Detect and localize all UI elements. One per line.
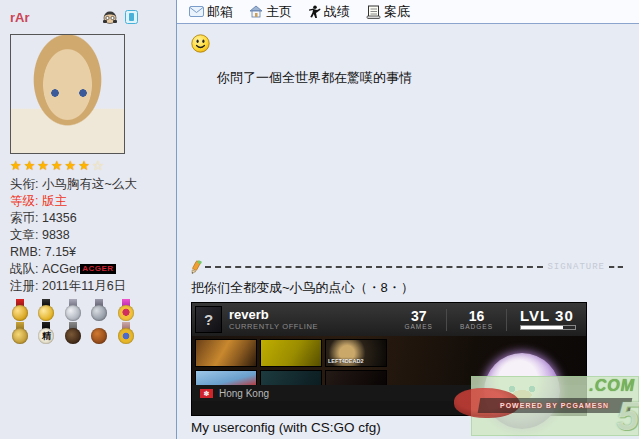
user-star-rating: ★★★★★★☆: [10, 158, 166, 173]
signature-label: SIGNATURE: [545, 262, 607, 272]
user-head: rAr: [10, 6, 166, 28]
star-empty: ☆: [92, 158, 106, 173]
medal-trophy-icon: [10, 322, 30, 344]
userconfig-link[interactable]: My userconfig (with CS:GO cfg): [191, 420, 639, 435]
stat-coins: 索币: 14356: [10, 210, 166, 227]
steam-games-count: 37 GAMES: [404, 310, 432, 330]
pm-message-icon[interactable]: [125, 10, 138, 24]
game-thumbnail-left-4-dead-2: LEFT4DEAD2: [325, 339, 387, 367]
medal-basketball-icon: [89, 322, 109, 344]
stat-clan: 战队: ACGerACGER: [10, 261, 166, 278]
game-thumbnail-counter-strike: [195, 339, 257, 367]
user-head-icons: [102, 10, 138, 24]
steam-card-header: ? reverb CURRENTLY OFFLINE 37 GAMES 16 B…: [192, 303, 586, 336]
medal-elite-icon: 精: [36, 322, 56, 344]
stars-filled: ★★★★★★: [10, 158, 92, 173]
medal-gold-icon: [36, 299, 56, 321]
toolbar-item-record[interactable]: 案底: [366, 3, 410, 21]
post-message-text: 你問了一個全世界都在驚嘆的事情: [217, 69, 625, 87]
steam-username: reverb: [229, 308, 318, 322]
post-body: 你問了一個全世界都在驚嘆的事情: [177, 24, 639, 259]
clan-badge: ACGER: [80, 264, 115, 274]
home-icon: [249, 5, 263, 18]
stat-rank: 等级: 版主: [10, 193, 166, 210]
toolbar-item-battle-record[interactable]: 战绩: [308, 3, 350, 21]
steam-location: Hong Kong: [219, 388, 269, 399]
game-thumbnail-counter-strike-yellow: [260, 339, 322, 367]
steam-profile-card[interactable]: ? reverb CURRENTLY OFFLINE 37 GAMES 16 B…: [191, 302, 587, 416]
mail-icon: [189, 6, 204, 17]
steam-badges-count: 16 BADGES: [460, 310, 493, 330]
forum-post-page: rAr: [0, 0, 639, 439]
steam-circle-avatar: [484, 353, 560, 429]
smiley-emoticon-icon: [191, 34, 625, 53]
medal-red-ribbon-icon: [10, 299, 30, 321]
notebook-icon: [366, 5, 381, 19]
steam-level: LVL 30: [520, 309, 576, 330]
steam-card-body: LEFT4DEAD2 Wallpaper Engine REACTIVE DRO…: [192, 336, 586, 401]
stat-posts: 文章: 9838: [10, 227, 166, 244]
toolbar-item-mail[interactable]: 邮箱: [189, 3, 233, 21]
post-content-column: 邮箱 主页: [177, 0, 639, 439]
avatar-illustration: [11, 35, 124, 153]
user-sidebar: rAr: [0, 0, 177, 439]
signature-divider: SIGNATURE: [189, 259, 625, 275]
medal-gold-blue-icon: [116, 322, 136, 344]
medal-crown-icon: [116, 299, 136, 321]
medal-bronze-icon: [63, 322, 83, 344]
username-link[interactable]: rAr: [10, 10, 30, 25]
user-medals: 精: [10, 299, 166, 345]
medal-gray-icon: [89, 299, 109, 321]
toolbar-item-homepage[interactable]: 主页: [249, 3, 292, 21]
steam-level-bar: [520, 325, 576, 330]
post-toolbar: 邮箱 主页: [177, 0, 639, 24]
soldier-icon: [308, 5, 321, 19]
user-stats: 头衔: 小鸟胸有这~么大 等级: 版主 索币: 14356 文章: 9838 R…: [10, 176, 166, 295]
steam-avatar: ?: [195, 306, 222, 333]
user-avatar[interactable]: [10, 34, 125, 154]
signature-text: 把你们全都变成~小鸟的点心（・8・）: [191, 279, 639, 297]
stat-rmb: RMB: 7.15¥: [10, 244, 166, 261]
steam-status: CURRENTLY OFFLINE: [229, 322, 318, 331]
pencil-icon: [189, 260, 203, 275]
hong-kong-flag-icon: ✽: [200, 389, 213, 398]
stat-title: 头衔: 小鸟胸有这~么大: [10, 176, 166, 193]
user-mood-icon[interactable]: [102, 10, 118, 24]
medal-silver-icon: [63, 299, 83, 321]
